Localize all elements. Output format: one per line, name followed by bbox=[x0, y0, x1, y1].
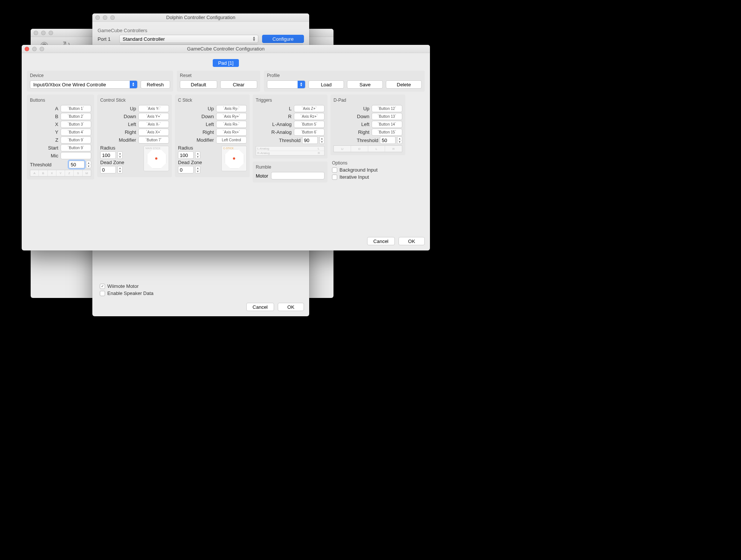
minimize-icon[interactable] bbox=[41, 31, 46, 35]
panel-title: Options bbox=[332, 160, 404, 166]
clear-button[interactable]: Clear bbox=[220, 80, 257, 89]
section-title: GameCube Controllers bbox=[98, 28, 304, 33]
stick-map-row: Down`Axis Y+` bbox=[100, 113, 169, 120]
map-field[interactable]: `Button 7` bbox=[138, 136, 169, 144]
map-label: Left bbox=[178, 121, 214, 127]
map-field[interactable]: `Button 9` bbox=[61, 136, 91, 144]
map-field[interactable] bbox=[61, 152, 91, 159]
map-label: Modifier bbox=[178, 137, 214, 143]
wiimote-motor-checkbox[interactable]: ✓ Wiimote Motor bbox=[100, 283, 302, 289]
stepper[interactable]: ▲▼ bbox=[117, 151, 123, 159]
map-label: Right bbox=[100, 129, 136, 135]
button-map-row: Z`Button 9` bbox=[30, 136, 91, 144]
threshold-input[interactable] bbox=[69, 161, 84, 168]
map-field[interactable]: `Axis Ry-` bbox=[216, 105, 247, 112]
checkbox-icon: ✓ bbox=[100, 284, 105, 289]
stepper[interactable]: ▲▼ bbox=[195, 166, 200, 173]
map-field[interactable]: `Axis Z+` bbox=[294, 105, 325, 112]
buttons-panel: Buttons A`Button 1`B`Button 2`X`Button 3… bbox=[27, 95, 94, 179]
device-select[interactable]: Input/0/Xbox One Wired Controlle ▲▼ bbox=[30, 80, 138, 89]
panel-title: D-Pad bbox=[333, 98, 402, 103]
map-field[interactable]: `Button 6` bbox=[294, 129, 325, 136]
dpad-map-row: Down`Button 13` bbox=[333, 113, 402, 120]
panel-title: Rumble bbox=[256, 164, 325, 170]
map-field[interactable]: `Axis Y+` bbox=[138, 113, 169, 120]
dpad-map-row: Up`Button 12` bbox=[333, 105, 402, 112]
radius-label: Radius bbox=[100, 145, 141, 151]
triggers-panel: Triggers L`Axis Z+`R`Axis Rz+`L-Analog`B… bbox=[253, 95, 328, 159]
profile-label: Profile bbox=[267, 73, 422, 78]
map-label: Up bbox=[333, 106, 369, 111]
map-field[interactable]: `Axis Rx+` bbox=[216, 129, 247, 136]
map-field[interactable]: `Axis X+` bbox=[138, 129, 169, 136]
chevron-up-icon: ▲ bbox=[196, 152, 200, 156]
map-field[interactable]: `Axis Rz+` bbox=[294, 113, 325, 120]
map-field[interactable]: Left Control bbox=[216, 136, 247, 144]
stick-label: MAIN STICK bbox=[145, 147, 160, 150]
threshold-input[interactable] bbox=[380, 136, 396, 144]
stepper[interactable]: ▲▼ bbox=[319, 136, 325, 144]
configure-button[interactable]: Configure bbox=[262, 35, 304, 43]
cstick-map-row: Down`Axis Ry+` bbox=[178, 113, 247, 120]
cancel-button[interactable]: Cancel bbox=[367, 237, 395, 245]
map-label: Right bbox=[333, 129, 369, 135]
titlebar: Dolphin Controller Configuration bbox=[92, 13, 309, 22]
background-input-checkbox[interactable]: Background Input bbox=[332, 167, 404, 173]
select-value: Standard Controller bbox=[123, 36, 165, 42]
map-field[interactable]: `Axis Ry+` bbox=[216, 113, 247, 120]
button-map-row: B`Button 2` bbox=[30, 113, 91, 120]
radius-input[interactable] bbox=[178, 151, 194, 159]
iterative-input-checkbox[interactable]: Iterative Input bbox=[332, 174, 404, 180]
button-map-row: X`Button 3` bbox=[30, 121, 91, 128]
map-field[interactable]: `Button 15` bbox=[372, 129, 402, 136]
trigger-map-row: R`Axis Rz+` bbox=[256, 113, 325, 120]
map-label: L-Analog bbox=[256, 121, 292, 127]
map-field[interactable]: `Axis X-` bbox=[138, 121, 169, 128]
profile-select[interactable]: ▲▼ bbox=[267, 80, 305, 89]
ok-button[interactable]: OK bbox=[399, 237, 425, 245]
map-field[interactable]: `Button 13` bbox=[372, 113, 402, 120]
stepper[interactable]: ▲▼ bbox=[86, 161, 91, 168]
checkbox-icon bbox=[332, 175, 337, 180]
map-field[interactable]: `Button 3` bbox=[61, 121, 91, 128]
map-field[interactable]: `Button 2` bbox=[61, 113, 91, 120]
default-button[interactable]: Default bbox=[180, 80, 217, 89]
threshold-input[interactable] bbox=[302, 136, 318, 144]
map-field[interactable]: `Axis Rx-` bbox=[216, 121, 247, 128]
speaker-data-checkbox[interactable]: Enable Speaker Data bbox=[100, 290, 302, 296]
cancel-button[interactable]: Cancel bbox=[246, 303, 274, 311]
panel-title: Triggers bbox=[256, 98, 325, 103]
close-icon[interactable] bbox=[34, 31, 38, 35]
deadzone-input[interactable] bbox=[178, 166, 194, 173]
trigger-map-row: L-Analog`Button 5` bbox=[256, 121, 325, 128]
map-field[interactable]: `Button 9` bbox=[61, 144, 91, 151]
map-field[interactable]: `Button 4` bbox=[61, 129, 91, 136]
delete-button[interactable]: Delete bbox=[386, 80, 422, 89]
deadzone-input[interactable] bbox=[100, 166, 116, 173]
stepper[interactable]: ▲▼ bbox=[117, 166, 123, 173]
map-field[interactable]: `Button 1` bbox=[61, 105, 91, 112]
save-button[interactable]: Save bbox=[347, 80, 383, 89]
map-label: Down bbox=[100, 114, 136, 119]
chevron-up-icon: ▲ bbox=[320, 137, 324, 141]
stepper[interactable]: ▲▼ bbox=[195, 151, 200, 159]
dpad-panel: D-Pad Up`Button 12`Down`Button 13`Left`B… bbox=[330, 95, 405, 155]
port1-select[interactable]: Standard Controller ▲▼ bbox=[119, 35, 258, 43]
motor-field[interactable] bbox=[271, 172, 325, 179]
chevron-down-icon: ▼ bbox=[118, 170, 122, 173]
ok-button[interactable]: OK bbox=[278, 303, 304, 311]
map-field[interactable]: `Button 12` bbox=[372, 105, 402, 112]
refresh-button[interactable]: Refresh bbox=[141, 80, 170, 89]
load-button[interactable]: Load bbox=[308, 80, 344, 89]
stepper[interactable]: ▲▼ bbox=[397, 136, 402, 144]
map-field[interactable]: `Button 5` bbox=[294, 121, 325, 128]
radius-input[interactable] bbox=[100, 151, 116, 159]
map-field[interactable]: `Axis Y-` bbox=[138, 105, 169, 112]
stick-map-row: Modifier`Button 7` bbox=[100, 136, 169, 144]
stick-map-row: Up`Axis Y-` bbox=[100, 105, 169, 112]
maximize-icon[interactable] bbox=[49, 31, 53, 35]
triggers-visual: L-AnalogL R-AnalogR bbox=[256, 146, 325, 156]
map-field[interactable]: `Button 14` bbox=[372, 121, 402, 128]
map-label: L bbox=[256, 106, 292, 111]
tab-pad-1[interactable]: Pad [1] bbox=[213, 59, 239, 67]
